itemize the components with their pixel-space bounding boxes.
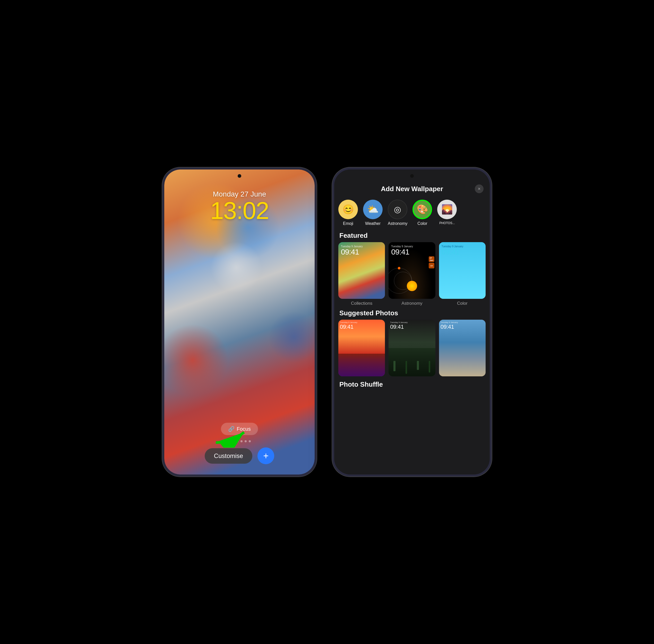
category-emoji[interactable]: 😊 Emoji — [338, 200, 358, 226]
sunset-time: 09:41 — [340, 324, 357, 330]
weather-label: Weather — [365, 221, 380, 226]
left-phone: Monday 27 June 13:02 🔗 Focus Customise + — [162, 167, 317, 477]
lockscreen-time: 13:02 — [210, 198, 269, 223]
suggested-grid: Tuesday 9 January 09:41 Tuesday 9 Januar… — [334, 320, 490, 376]
coast-thumb: Tuesday 9 January 09:41 — [439, 320, 486, 376]
power-button[interactable] — [314, 221, 317, 242]
volume-down-button[interactable] — [162, 229, 164, 249]
volume-up-button[interactable] — [162, 211, 164, 225]
suggested-header: Suggested Photos — [334, 306, 490, 320]
calendar-badge: 14 — [429, 263, 435, 269]
right-phone: Add New Wallpaper × 😊 Emoji ⛅ Weather ◎ … — [332, 167, 492, 477]
add-wallpaper-button[interactable]: + — [257, 447, 274, 464]
color-label: Color — [417, 221, 427, 226]
category-astronomy[interactable]: ◎ Astronomy — [388, 200, 407, 226]
forest-date: Tuesday 9 January — [390, 321, 407, 324]
scrollable-content[interactable]: Featured Tuesday 9 January 09:41 Collect… — [334, 229, 490, 475]
collections-label: Collections — [351, 301, 372, 306]
close-button[interactable]: × — [475, 184, 484, 193]
featured-collections[interactable]: Tuesday 9 January 09:41 Collections — [338, 242, 385, 306]
panel-header: Add New Wallpaper × — [334, 169, 490, 197]
astronomy-label: Astronomy — [388, 221, 407, 226]
photos-label: PHOTOS... — [439, 221, 455, 225]
astro-widgets: 27Jan 14 — [429, 256, 435, 269]
right-mute-button[interactable] — [332, 198, 334, 208]
emoji-label: Emoji — [343, 221, 353, 226]
featured-header: Featured — [334, 229, 490, 242]
suggested-coast[interactable]: Tuesday 9 January 09:41 — [439, 320, 486, 376]
category-weather[interactable]: ⛅ Weather — [363, 200, 382, 226]
coast-time: 09:41 — [441, 324, 458, 330]
astronomy-time: 09:41 — [391, 248, 409, 256]
photo-shuffle-header: Photo Shuffle — [334, 376, 490, 390]
featured-color[interactable]: Tuesday 9 January 09:41 Color — [439, 242, 486, 306]
forest-thumb: Tuesday 9 January 09:41 — [389, 320, 435, 376]
category-color[interactable]: 🎨 Color — [413, 200, 432, 226]
panel-title: Add New Wallpaper — [381, 185, 443, 193]
right-volume-up-button[interactable] — [332, 211, 334, 225]
forest-time: 09:41 — [390, 324, 407, 330]
collections-time: 09:41 — [341, 248, 359, 256]
color-time: 09:41 — [442, 248, 460, 256]
color-thumb-label: Color — [457, 301, 468, 306]
collections-thumb: Tuesday 9 January 09:41 — [338, 242, 385, 299]
mute-button[interactable] — [162, 198, 164, 208]
sunset-date: Tuesday 9 January — [340, 321, 357, 324]
categories-row: 😊 Emoji ⛅ Weather ◎ Astronomy 🎨 Color 🌄 … — [334, 197, 490, 229]
photos-icon: 🌄 — [437, 200, 457, 219]
sunset-thumb: Tuesday 9 January 09:41 — [338, 320, 385, 376]
featured-astronomy[interactable]: Tuesday 9 January 09:41 27Jan 14 — [389, 242, 435, 306]
date-badge: 27Jan — [429, 256, 435, 262]
category-photos[interactable]: 🌄 PHOTOS... — [437, 200, 457, 226]
astronomy-thumb-label: Astronomy — [401, 301, 422, 306]
wallpaper-panel: Add New Wallpaper × 😊 Emoji ⛅ Weather ◎ … — [334, 169, 490, 475]
lockscreen-actions: Customise + — [205, 447, 274, 464]
color-icon: 🎨 — [413, 200, 432, 219]
emoji-icon: 😊 — [338, 200, 358, 219]
weather-icon: ⛅ — [363, 200, 382, 219]
coast-date: Tuesday 9 January — [441, 321, 458, 324]
right-volume-down-button[interactable] — [332, 229, 334, 249]
suggested-sunset[interactable]: Tuesday 9 January 09:41 — [338, 320, 385, 376]
featured-grid: Tuesday 9 January 09:41 Collections Tues… — [334, 242, 490, 306]
customise-button[interactable]: Customise — [205, 448, 252, 464]
right-power-button[interactable] — [490, 221, 492, 242]
green-arrow — [211, 422, 252, 449]
astronomy-icon: ◎ — [388, 200, 407, 219]
astronomy-thumb: Tuesday 9 January 09:41 27Jan 14 — [389, 242, 435, 299]
suggested-forest[interactable]: Tuesday 9 January 09:41 — [389, 320, 435, 376]
color-thumb: Tuesday 9 January 09:41 — [439, 242, 486, 299]
